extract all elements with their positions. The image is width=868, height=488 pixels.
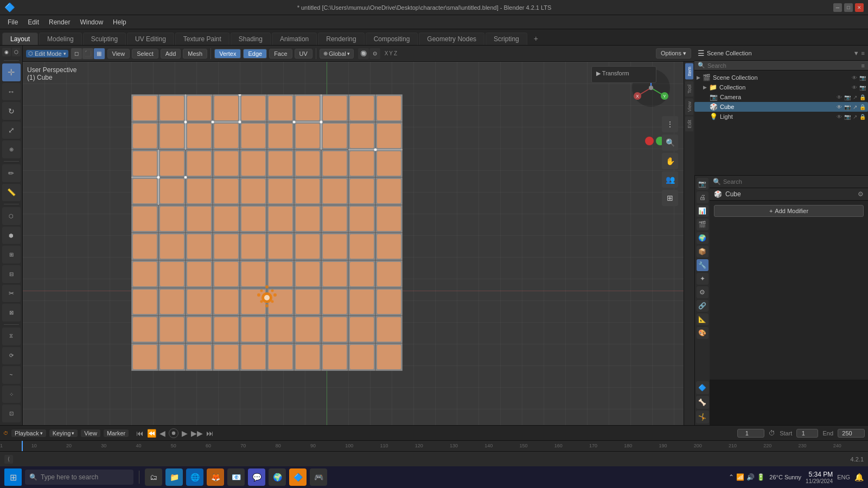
- start-button[interactable]: ⊞: [4, 468, 22, 486]
- prev-keyframe-btn[interactable]: ◀: [159, 429, 165, 438]
- prop-output-icon[interactable]: 🖨: [697, 191, 709, 203]
- display-mode-3[interactable]: ▦: [94, 48, 105, 59]
- prop-particles-icon[interactable]: ✦: [697, 273, 709, 285]
- prop-data-icon[interactable]: 📐: [697, 313, 709, 325]
- tab-scripting[interactable]: Scripting: [486, 33, 527, 45]
- tab-sculpting[interactable]: Sculpting: [83, 33, 126, 45]
- maximize-button[interactable]: □: [844, 3, 853, 12]
- taskbar-edge[interactable]: 🌐: [186, 468, 203, 486]
- taskbar-teams[interactable]: 💬: [248, 468, 265, 486]
- prop-render-icon[interactable]: 📷: [697, 178, 709, 190]
- poly-build-tool[interactable]: ⊠: [2, 304, 21, 322]
- snap-toggle[interactable]: 🔘: [358, 48, 369, 59]
- tree-item-camera[interactable]: 📷 Camera 👁 📷 ↗ 🔒: [694, 92, 868, 102]
- rigify-icon[interactable]: 🦴: [696, 396, 709, 409]
- playback-menu[interactable]: Playback ▾: [11, 429, 46, 437]
- camera-select[interactable]: ↗: [853, 94, 857, 100]
- rotate-tool[interactable]: ↻: [2, 102, 21, 120]
- pan-view-icon[interactable]: ✋: [662, 153, 678, 169]
- scale-tool[interactable]: ⤢: [2, 121, 21, 139]
- 3d-viewport[interactable]: User Perspective (1) Cube: [23, 62, 684, 425]
- face-mode[interactable]: Face: [269, 49, 292, 59]
- object-settings-icon[interactable]: ⚙: [858, 190, 864, 198]
- prop-scene-icon[interactable]: 🎬: [697, 219, 709, 230]
- tray-up-arrow[interactable]: ⌃: [729, 473, 734, 481]
- tab-compositing[interactable]: Compositing: [366, 33, 418, 45]
- minimize-button[interactable]: ─: [833, 3, 842, 12]
- blenderkit-icon[interactable]: 🔷: [696, 381, 709, 394]
- knife-tool[interactable]: ✂: [2, 285, 21, 303]
- prop-view-layer-icon[interactable]: 📊: [697, 205, 709, 217]
- filter-icon[interactable]: ≡: [861, 62, 865, 69]
- outliner-display-icon[interactable]: ≡: [861, 50, 865, 56]
- shear-tool[interactable]: ⧖: [2, 328, 21, 345]
- notification-icon[interactable]: 🔔: [854, 473, 864, 481]
- cube-select[interactable]: ↗: [853, 104, 857, 110]
- marker-menu[interactable]: Marker: [104, 429, 129, 437]
- play-btn[interactable]: ▶: [182, 429, 188, 438]
- spin-tool[interactable]: ⟳: [2, 347, 21, 365]
- add-modifier-button[interactable]: + Add Modifier: [714, 205, 864, 217]
- taskbar-chrome[interactable]: 🌍: [269, 468, 286, 486]
- prop-material-icon[interactable]: 🎨: [697, 327, 709, 339]
- edge-mode[interactable]: Edge: [243, 49, 267, 59]
- taskbar-mail[interactable]: 📧: [227, 468, 245, 486]
- n-tab-item[interactable]: Item: [685, 63, 693, 80]
- frame-track[interactable]: 1102030405060708090100110120130140150160…: [0, 441, 868, 451]
- view-menu-timeline[interactable]: View: [81, 429, 100, 437]
- view-menu[interactable]: View: [107, 49, 130, 59]
- start-frame-input[interactable]: [796, 429, 818, 438]
- n-tab-view[interactable]: View: [685, 98, 693, 115]
- end-frame-input[interactable]: [838, 429, 865, 438]
- x-axis-dot[interactable]: [645, 137, 654, 145]
- n-tab-edit[interactable]: Edit: [685, 117, 693, 132]
- tab-geometry-nodes[interactable]: Geometry Nodes: [419, 33, 484, 45]
- tab-modeling[interactable]: Modeling: [39, 33, 82, 45]
- frame-ruler[interactable]: 1102030405060708090100110120130140150160…: [0, 440, 868, 451]
- prop-object-icon[interactable]: 📦: [697, 246, 709, 258]
- uv-menu[interactable]: UV: [295, 49, 312, 59]
- options-btn[interactable]: Options ▾: [656, 48, 691, 59]
- tab-animation[interactable]: Animation: [272, 33, 317, 45]
- select-menu[interactable]: Select: [132, 49, 158, 59]
- outliner-filter-icon[interactable]: ▼: [853, 50, 859, 56]
- light-render[interactable]: 📷: [844, 114, 851, 120]
- clock-area[interactable]: 5:34 PM 11/29/2024: [806, 471, 833, 484]
- camera-view-icon[interactable]: 👥: [662, 171, 678, 188]
- transform-header[interactable]: ▶ Transform: [596, 70, 652, 77]
- tab-rendering[interactable]: Rendering: [318, 33, 364, 45]
- measure-tool[interactable]: 📏: [2, 184, 21, 202]
- toggle-sidebar-icon[interactable]: ⋮: [662, 116, 678, 132]
- menu-window[interactable]: Window: [75, 17, 107, 27]
- scene-visibility[interactable]: 👁: [852, 75, 857, 81]
- bevel-tool[interactable]: ⊟: [2, 265, 21, 283]
- prop-world-icon[interactable]: 🌍: [697, 232, 709, 244]
- taskbar-search[interactable]: 🔍 Type here to search: [25, 470, 133, 485]
- display-mode-2[interactable]: ⬛: [82, 48, 93, 59]
- mesh-object[interactable]: [131, 94, 403, 371]
- tab-uv-editing[interactable]: UV Editing: [127, 33, 174, 45]
- add-menu[interactable]: Add: [161, 49, 181, 59]
- transform-tool[interactable]: ⊕: [2, 140, 21, 158]
- camera-visibility[interactable]: 👁: [837, 94, 842, 100]
- cube-render[interactable]: 📷: [844, 104, 851, 110]
- collection-visibility[interactable]: 👁: [852, 85, 857, 91]
- smooth-tool[interactable]: ~: [2, 366, 21, 384]
- vertex-mode[interactable]: Vertex: [214, 49, 241, 59]
- taskbar-blender[interactable]: 🔷: [289, 468, 307, 486]
- light-lock[interactable]: 🔒: [859, 114, 866, 120]
- proportional-edit[interactable]: ⊙: [369, 48, 380, 59]
- timeline-icon[interactable]: ⏱: [3, 431, 8, 436]
- prop-constraints-icon[interactable]: 🔗: [697, 300, 709, 312]
- record-btn[interactable]: ⏺: [169, 428, 178, 438]
- taskbar-explorer[interactable]: 📁: [165, 468, 183, 486]
- jump-start-btn[interactable]: ⏮: [136, 429, 144, 438]
- tab-texture-paint[interactable]: Texture Paint: [175, 33, 229, 45]
- keying-menu[interactable]: Keying ▾: [49, 429, 78, 437]
- taskbar-desktop[interactable]: 🗂: [145, 468, 162, 486]
- add-workspace-button[interactable]: +: [528, 32, 544, 45]
- ortho-view-icon[interactable]: ⊞: [662, 190, 678, 206]
- menu-file[interactable]: File: [3, 17, 22, 27]
- n-tab-tool[interactable]: Tool: [685, 81, 693, 97]
- current-frame-input[interactable]: [737, 429, 764, 438]
